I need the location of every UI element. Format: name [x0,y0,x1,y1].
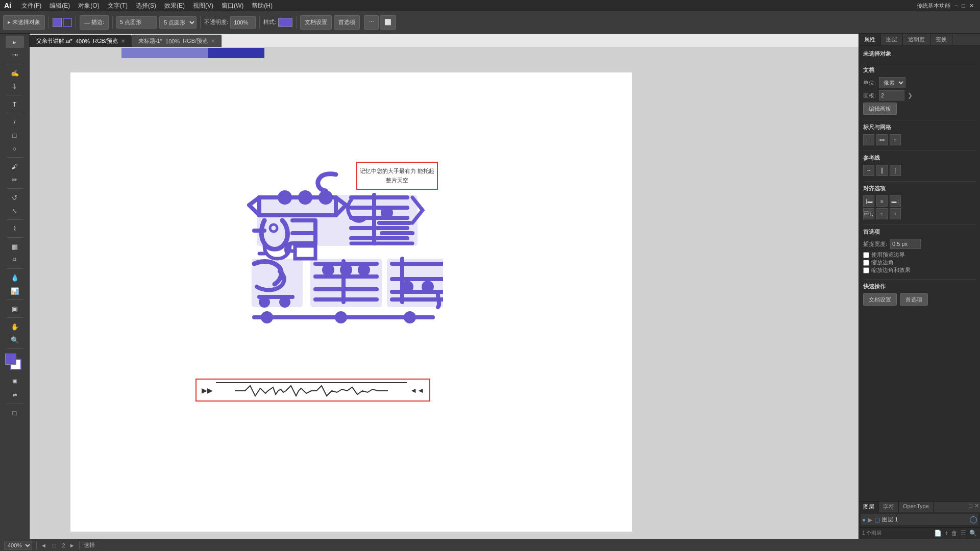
tab-transparency[interactable]: 透明度 [903,34,930,45]
edit-artboard-btn[interactable]: 编辑画板 [863,103,897,115]
artboard-arrow[interactable]: ❯ [908,92,913,99]
color-fill-stroke[interactable] [5,354,24,372]
valign-mid-icon[interactable]: ≡ [876,208,888,219]
warp-tool[interactable]: ⌇ [6,222,24,235]
layers-tab-char[interactable]: 字符 [879,502,899,512]
menu-help[interactable]: 帮助(H) [248,1,277,11]
tab-untitled[interactable]: 未标题-1* 100% RGB/预览 ✕ [132,35,222,47]
fill-color[interactable] [53,18,62,27]
layer-options-icon[interactable]: ☰ [961,530,966,537]
color-mode-btn[interactable]: ■ [0,374,5,387]
close-btn[interactable]: ✕ [969,3,974,9]
artwork-container[interactable] [213,164,443,379]
zoom-tool[interactable]: 🔍 [6,334,24,346]
stroke-style-btn[interactable]: ― 描边: [80,15,109,30]
layer-visibility-icon[interactable]: ● [862,516,866,523]
layers-close-btn[interactable]: ✕ [974,503,979,511]
curvature-tool[interactable]: ⤵ [6,80,24,92]
align-left-icon[interactable]: ∣▬ [863,195,874,207]
style-input[interactable] [116,16,157,29]
snap-dots-icon[interactable]: ••• [876,134,888,145]
layers-tab-layers[interactable]: 图层 [859,502,879,512]
close-tab-untitled[interactable]: ✕ [211,38,215,44]
menu-edit[interactable]: 编辑(E) [45,1,74,11]
style-color[interactable] [278,18,292,27]
tab-properties[interactable]: 属性 [859,34,881,45]
fill-swatch[interactable] [5,354,16,365]
rect-tool[interactable]: □ [6,129,24,141]
layer-page-icon[interactable]: 📄 [934,530,942,537]
draw-mode-btn[interactable]: □ [6,407,24,419]
menu-effect[interactable]: 效果(E) [160,1,189,11]
selection-tool[interactable]: ▸ [6,36,24,48]
snap-btn[interactable]: ⋯ [364,15,379,30]
ref-icon3[interactable]: ┆ [890,165,901,176]
doc-settings-toolbar-btn[interactable]: 文档设置 [300,15,332,30]
zoom-select[interactable]: 400% 200% 100% 50% [4,541,32,550]
graph-tool[interactable]: 📊 [6,285,24,297]
layer-search-icon[interactable]: 🔍 [969,530,977,537]
tab-father[interactable]: 父亲节讲解.ai* 400% RGB/预览 ✕ [30,35,132,47]
artboard-count[interactable] [879,90,904,101]
type-tool[interactable]: T [6,98,24,110]
audio-bar[interactable]: ▶▶ ◄◄ [195,379,430,402]
menu-select[interactable]: 选择(S) [132,1,160,11]
scale-stroke-cb[interactable] [863,260,869,266]
eyedropper-tool[interactable]: 💧 [6,271,24,284]
mesh-tool[interactable]: ⌗ [6,254,24,266]
rotate-tool[interactable]: ↺ [6,191,24,204]
restore-btn[interactable]: □ [962,3,965,9]
arrange-btn[interactable]: ⬜ [380,15,396,30]
gradient-tool[interactable]: ▦ [6,240,24,253]
ref-icon2[interactable]: ┃ [876,165,888,176]
minimize-btn[interactable]: − [954,3,958,9]
scale-tool[interactable]: ⤡ [6,205,24,217]
snap-width-input[interactable] [890,239,921,249]
line-tool[interactable]: / [6,116,24,128]
swap-colors-btn[interactable]: ⇄ [6,389,24,401]
paintbrush-tool[interactable]: 🖌 [6,160,24,172]
use-preview-cb[interactable] [863,252,869,258]
scale-effect-cb[interactable] [863,267,869,273]
layer-expand-icon[interactable]: ▶ [868,516,872,523]
align-center-icon[interactable]: ≡ [876,195,888,207]
snap-grid-icon[interactable]: ∷ [863,134,874,145]
hand-tool[interactable]: ✋ [6,320,24,333]
valign-bot-icon[interactable]: + [890,208,901,219]
rewind-icon[interactable]: ◄◄ [410,386,424,394]
select-tool-btn[interactable]: ▸ 未选择对象 [3,15,45,30]
valign-top-icon[interactable]: T; [863,208,874,219]
preferences-toolbar-btn[interactable]: 首选项 [334,15,360,30]
menu-text[interactable]: 文字(T) [104,1,132,11]
page-nav-prev[interactable]: ◄ [41,542,46,548]
gradient-mode-btn[interactable]: ▣ [6,374,24,387]
quick-doc-settings-btn[interactable]: 文档设置 [863,293,897,306]
layer-delete-icon[interactable]: 🗑 [951,530,958,537]
menu-object[interactable]: 对象(O) [74,1,103,11]
pencil-tool[interactable]: ✏ [6,173,24,186]
layer-add-icon[interactable]: + [945,530,948,537]
unit-select[interactable]: 像素 毫米 厘米 [879,77,905,88]
menu-view[interactable]: 视图(V) [189,1,217,11]
align-right-icon[interactable]: ▬∣ [890,195,901,207]
ref-icon1[interactable]: ╌ [863,165,874,176]
snap-lines-icon[interactable]: ≡ [890,134,901,145]
layers-expand-btn[interactable]: □ [969,503,972,511]
quick-preferences-btn[interactable]: 首选项 [900,293,928,306]
tab-layers-right[interactable]: 图层 [881,34,903,45]
ellipse-tool[interactable]: ○ [6,142,24,155]
canvas-area[interactable]: 记忆中您的大手最有力 能托起整片天空 ▶▶ ◄◄ [30,47,859,539]
layers-tab-opentype[interactable]: OpenType [899,502,934,512]
opacity-input[interactable] [230,16,256,29]
page-nav-next[interactable]: ► [69,542,75,548]
menu-window[interactable]: 窗口(W) [217,1,248,11]
pen-tool[interactable]: ✍ [6,67,24,79]
tab-transform[interactable]: 变换 [930,34,952,45]
direct-selection-tool[interactable]: ⭲ [6,49,24,61]
artboard-tool[interactable]: ▣ [6,303,24,315]
stroke-color[interactable] [63,18,72,27]
close-tab-father[interactable]: ✕ [121,38,125,44]
menu-file[interactable]: 文件(F) [17,1,45,11]
point-shape-select[interactable]: 5 点圆形 [159,16,197,29]
play-icon[interactable]: ▶▶ [202,386,213,394]
